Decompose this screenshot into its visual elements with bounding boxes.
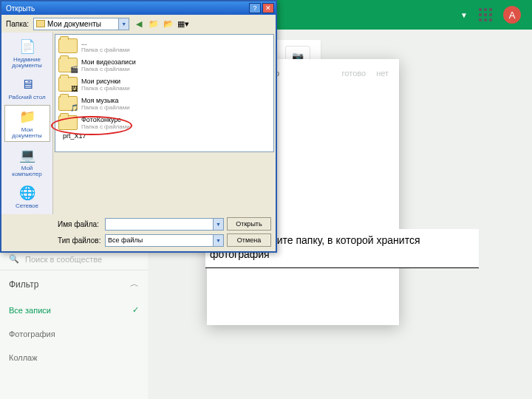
computer-icon: 💻 [17,146,38,164]
filter-item-collage[interactable]: Коллаж [0,346,148,369]
filename-label: Имя файла: [58,220,102,228]
place-my-computer[interactable]: 💻Мой компьютер [4,144,50,180]
file-item[interactable]: 🎬Мои видеозаписиПапка с файлами [58,55,270,75]
dialog-toolbar: Папка: Мои документы ▼ ◀ 📁 📂 ▦▾ [1,15,276,33]
filter-item-photo[interactable]: Фотография [0,322,148,346]
filter-item-all[interactable]: Все записи ✓ [0,298,148,322]
filename-input[interactable]: ▼ [105,218,224,231]
file-item-cutoff[interactable]: prt_X17 [58,132,270,140]
new-folder-icon[interactable]: 📂 [163,18,174,29]
folder-icon [58,115,78,130]
folder-icon [36,20,45,27]
place-network[interactable]: 🌐Сетевое [4,182,50,211]
file-list[interactable]: ...Папка с файлами 🎬Мои видеозаписиПапка… [55,34,274,152]
caret-down-icon[interactable]: ▼ [460,11,468,19]
recent-icon: 📄 [17,38,38,55]
music-badge-icon: 🎵 [69,104,78,112]
place-recent[interactable]: 📄Недавние документы [4,35,50,71]
folder-icon [58,38,78,53]
filetype-dropdown[interactable]: Все файлы▼ [105,234,224,247]
dropdown-caret-icon: ▼ [213,235,223,246]
open-button[interactable]: Открыть [227,217,271,231]
check-icon: ✓ [132,305,139,315]
filter-label: Фильтр [9,279,38,290]
dialog-title: Открыть [6,4,35,13]
folder-icon: 🎵 [58,96,78,111]
avatar[interactable]: A [503,6,521,24]
filter-header[interactable]: Фильтр ︿ [0,270,148,298]
filetype-label: Тип файлов: [58,236,102,245]
file-item-photocontest[interactable]: ФотоКонкурсПапка с файлами [58,113,270,132]
filter-item-label: Все записи [9,306,51,315]
image-badge-icon: 🖼 [69,85,78,92]
video-badge-icon: 🎬 [69,66,78,73]
apps-grid-icon[interactable] [479,8,492,21]
places-bar: 📄Недавние документы 🖥Рабочий стол 📁Мои д… [1,33,53,214]
dropdown-caret-icon: ▼ [213,219,223,230]
chevron-up-icon: ︿ [130,278,139,290]
file-item[interactable]: 🖼Мои рисункиПапка с файлами [58,75,270,94]
filter-item-label: Фотография [9,330,55,338]
close-button[interactable]: ✕ [262,3,274,13]
search-placeholder: Поиск в сообществе [25,255,102,264]
folder-selected: Мои документы [47,20,101,28]
file-item[interactable]: 🎵Моя музыкаПапка с файлами [58,94,270,113]
folder-dropdown[interactable]: Мои документы ▼ [33,18,129,30]
dialog-titlebar[interactable]: Открыть ? ✕ [1,1,276,15]
dropdown-caret-icon: ▼ [118,18,129,30]
file-item[interactable]: ...Папка с файлами [58,36,270,55]
back-icon[interactable]: ◀ [134,18,144,29]
folder-icon: 🎬 [58,58,78,72]
search-icon: 🔍 [9,254,19,264]
cancel-button[interactable]: Отмена [227,233,271,247]
network-icon: 🌐 [17,184,38,202]
help-button[interactable]: ? [249,3,261,13]
desktop-icon: 🖥 [17,75,38,93]
place-my-documents[interactable]: 📁Мои документы [4,105,50,142]
place-desktop[interactable]: 🖥Рабочий стол [4,73,50,103]
view-menu-icon[interactable]: ▦▾ [178,18,188,29]
popup-cancel-button[interactable]: нет [376,69,389,78]
documents-icon: 📁 [17,108,38,126]
folder-label: Папка: [6,20,29,28]
file-open-dialog: Открыть ? ✕ Папка: Мои документы ▼ ◀ 📁 📂… [0,0,277,253]
folder-icon: 🖼 [58,77,78,92]
filter-item-label: Коллаж [9,353,38,362]
up-folder-icon[interactable]: 📁 [149,18,159,29]
popup-done-button[interactable]: готово [342,69,366,78]
